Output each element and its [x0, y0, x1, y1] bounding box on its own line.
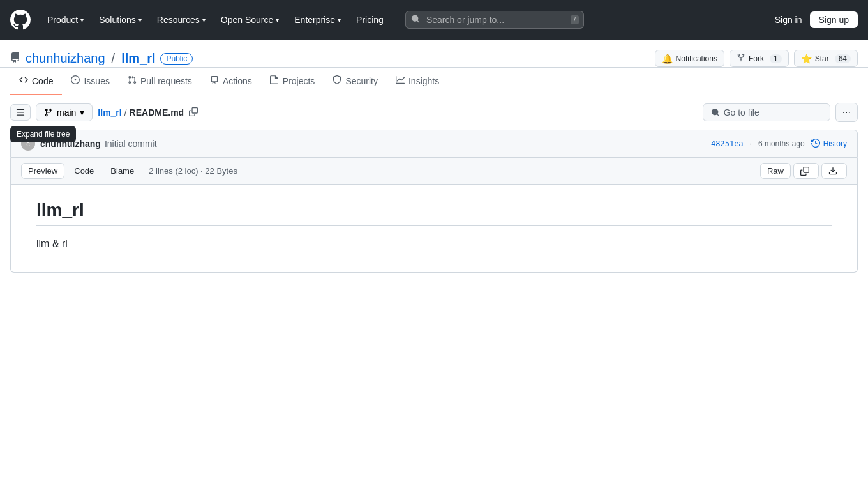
top-nav: Product ▾ Solutions ▾ Resources ▾ Open S… [0, 0, 868, 40]
file-path-row: Expand file tree main ▾ llm_rl / README.… [0, 95, 868, 130]
breadcrumb: llm_rl / README.md [98, 105, 200, 121]
search-bar-wrapper: / [405, 11, 584, 29]
notifications-label: Notifications [676, 54, 717, 63]
more-options-icon: ··· [842, 107, 851, 118]
open-source-label: Open Source [221, 15, 274, 25]
tab-actions[interactable]: Actions [201, 68, 261, 95]
tab-security[interactable]: Security [324, 68, 387, 95]
repo-separator: / [112, 51, 116, 66]
nav-right: Sign in Sign up [775, 11, 858, 28]
product-chevron-icon: ▾ [80, 17, 84, 24]
breadcrumb-repo-link[interactable]: llm_rl [98, 107, 121, 118]
tab-issues[interactable]: Issues [62, 68, 118, 95]
tab-actions-label: Actions [223, 76, 252, 86]
download-button[interactable] [821, 163, 847, 179]
tab-pull-requests-label: Pull requests [140, 76, 192, 86]
nav-open-source[interactable]: Open Source ▾ [214, 11, 286, 29]
file-actions-row: Preview Code Blame 2 lines (2 loc) · 22 … [10, 158, 858, 185]
commit-right: 48251ea · 6 months ago History [711, 139, 847, 149]
raw-button[interactable]: Raw [760, 163, 791, 179]
security-tab-icon [333, 75, 341, 86]
search-shortcut-badge: / [571, 15, 579, 24]
issues-tab-icon [71, 75, 80, 86]
resources-label: Resources [157, 15, 200, 25]
nav-solutions[interactable]: Solutions ▾ [93, 11, 148, 29]
code-tab[interactable]: Code [67, 163, 101, 179]
nav-enterprise[interactable]: Enterprise ▾ [288, 11, 347, 29]
repo-header: chunhuizhang / llm_rl Public 🔔 Notificat… [0, 40, 868, 68]
go-to-file-placeholder: Go to file [724, 107, 822, 118]
search-input[interactable] [405, 11, 584, 29]
enterprise-label: Enterprise [294, 15, 335, 25]
branch-name: main [57, 107, 76, 118]
tab-issues-label: Issues [84, 76, 109, 86]
readme-body: llm & rl [36, 236, 832, 252]
file-area: c chunhuizhang Initial commit 48251ea · … [0, 130, 868, 293]
code-tab-icon [19, 75, 28, 86]
github-logo[interactable] [10, 10, 31, 30]
notifications-button[interactable]: 🔔 Notifications [655, 50, 724, 67]
nav-resources[interactable]: Resources ▾ [151, 11, 212, 29]
commit-time: · [750, 139, 752, 148]
go-to-file-button[interactable]: Go to file [703, 103, 830, 121]
nav-product[interactable]: Product ▾ [41, 11, 90, 29]
fork-label: Fork [749, 54, 764, 63]
star-count: 64 [835, 54, 851, 63]
open-source-chevron-icon: ▾ [276, 17, 279, 24]
fork-icon [737, 53, 745, 64]
branch-selector[interactable]: main ▾ [36, 103, 93, 121]
commit-hash-link[interactable]: 48251ea [711, 139, 744, 148]
tab-pull-requests[interactable]: Pull requests [119, 68, 201, 95]
blame-tab[interactable]: Blame [103, 163, 141, 179]
branch-chevron-icon: ▾ [80, 107, 84, 118]
star-icon: ⭐ [801, 54, 812, 64]
solutions-chevron-icon: ▾ [138, 17, 142, 24]
nav-pricing[interactable]: Pricing [350, 11, 390, 29]
file-action-buttons: Raw [760, 163, 847, 179]
repo-tabs: Code Issues Pull requests Actions [0, 68, 868, 95]
repo-owner-link[interactable]: chunhuizhang [26, 51, 105, 66]
sign-up-button[interactable]: Sign up [810, 11, 858, 28]
tab-insights-label: Insights [408, 76, 439, 86]
commit-timestamp: 6 months ago [758, 139, 805, 148]
repo-name-link[interactable]: llm_rl [121, 51, 155, 66]
file-content: llm_rl llm & rl [10, 185, 858, 273]
more-options-button[interactable]: ··· [835, 103, 858, 122]
tab-projects[interactable]: Projects [261, 68, 324, 95]
star-label: Star [815, 54, 829, 63]
breadcrumb-sep: / [124, 107, 127, 118]
projects-tab-icon [270, 75, 279, 86]
product-label: Product [47, 15, 78, 25]
tab-code[interactable]: Code [10, 68, 62, 95]
tab-code-label: Code [32, 76, 53, 86]
sign-in-link[interactable]: Sign in [775, 15, 802, 25]
file-stats: 2 lines (2 loc) · 22 Bytes [149, 166, 237, 176]
history-icon [811, 139, 820, 149]
copy-raw-button[interactable] [793, 163, 819, 179]
avatar: c [21, 137, 35, 151]
visibility-badge: Public [160, 53, 193, 65]
repo-icon [10, 51, 20, 66]
pull-requests-tab-icon [128, 75, 137, 86]
commit-message: Initial commit [105, 139, 157, 149]
tab-projects-label: Projects [283, 76, 315, 86]
star-button[interactable]: ⭐ Star 64 [794, 50, 858, 67]
nav-items: Product ▾ Solutions ▾ Resources ▾ Open S… [41, 11, 390, 29]
readme-title: llm_rl [36, 200, 832, 226]
pricing-label: Pricing [356, 15, 384, 25]
actions-tab-icon [210, 75, 219, 86]
commit-row: c chunhuizhang Initial commit 48251ea · … [10, 130, 858, 158]
preview-tab[interactable]: Preview [21, 163, 64, 179]
insights-tab-icon [396, 75, 405, 86]
solutions-label: Solutions [99, 15, 136, 25]
enterprise-chevron-icon: ▾ [338, 17, 341, 24]
resources-chevron-icon: ▾ [202, 17, 206, 24]
expand-tree-button[interactable] [10, 104, 31, 121]
tab-insights[interactable]: Insights [387, 68, 448, 95]
tab-security-label: Security [345, 76, 378, 86]
repo-actions: 🔔 Notifications Fork 1 ⭐ Star 64 [655, 50, 858, 67]
fork-button[interactable]: Fork 1 [730, 50, 789, 67]
history-button[interactable]: History [811, 139, 847, 149]
copy-path-button[interactable] [186, 105, 200, 121]
search-icon [411, 15, 420, 26]
